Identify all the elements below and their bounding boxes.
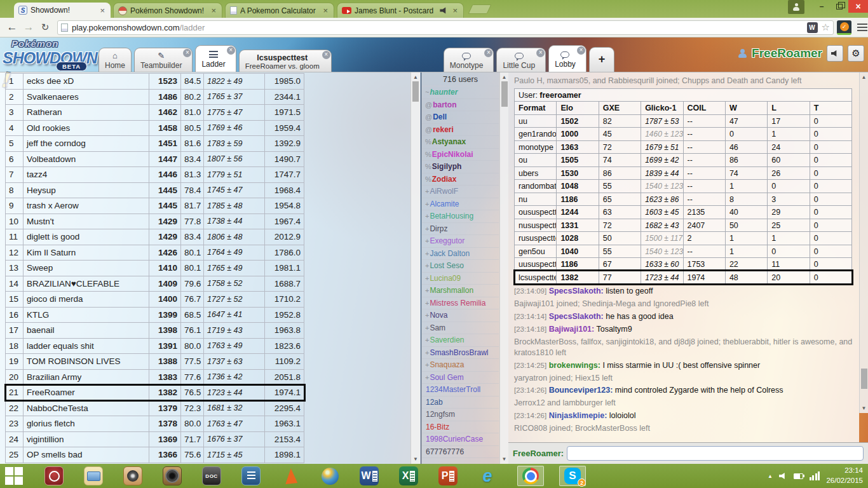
list-item[interactable]: +Exeggutor: [422, 235, 499, 248]
list-item[interactable]: ~haunter: [422, 86, 499, 99]
list-item[interactable]: +Lost Seso: [422, 260, 499, 273]
globe-browser-icon[interactable]: [320, 466, 339, 485]
close-tab-icon[interactable]: ×: [98, 6, 106, 15]
list-item[interactable]: 12ab: [422, 396, 499, 409]
chat-username[interactable]: Ninjasklimepie:: [549, 411, 607, 420]
list-item[interactable]: +BetaHousing: [422, 210, 499, 223]
list-item[interactable]: @Dell: [422, 111, 499, 124]
hidden-icons-button[interactable]: ▲: [768, 473, 773, 479]
close-window-button[interactable]: ×: [848, 0, 868, 13]
scroll-down-icon[interactable]: ▼: [860, 405, 868, 411]
username[interactable]: 1234MasterTroll: [426, 385, 480, 394]
scroll-up-icon[interactable]: ▲: [860, 74, 868, 80]
close-room-icon[interactable]: ×: [484, 49, 492, 57]
username[interactable]: Zodiax: [432, 175, 457, 184]
skype-taskbar-button[interactable]: S 2: [559, 466, 586, 486]
browser-tab-pokemon-showdown[interactable]: Pokémon Showdown! | Sn ×: [113, 3, 222, 18]
list-item[interactable]: @barton: [422, 99, 499, 112]
scroll-up-icon[interactable]: ▲: [411, 74, 420, 80]
matlab-icon[interactable]: [281, 466, 300, 485]
list-item[interactable]: +Lucina09: [422, 273, 499, 285]
username[interactable]: rekeri: [433, 125, 454, 134]
tab-teambuilder[interactable]: ✎ Teambuilder ×: [134, 48, 193, 72]
minimize-button[interactable]: –: [813, 0, 830, 13]
list-item[interactable]: +Soul Gem: [422, 372, 499, 384]
close-room-icon[interactable]: ×: [183, 49, 191, 57]
word-icon[interactable]: W: [360, 466, 379, 485]
browser-tab-calculator[interactable]: A Pokemon Calculator ×: [225, 3, 334, 18]
ladder-scrollbar[interactable]: ▲ ▼: [410, 72, 420, 464]
close-room-icon[interactable]: ×: [322, 51, 330, 59]
username[interactable]: Astyanax: [432, 137, 466, 146]
taskbar-clock[interactable]: 23:14 26/02/2015: [826, 466, 863, 485]
username[interactable]: Jack Dalton: [430, 249, 470, 258]
list-item[interactable]: 12ngfsm: [422, 409, 499, 421]
mute-button[interactable]: [827, 45, 843, 62]
close-room-icon[interactable]: ×: [227, 46, 235, 55]
username[interactable]: Exeggutor: [430, 236, 465, 245]
powerpoint-icon[interactable]: P: [438, 466, 458, 485]
forward-button[interactable]: →: [20, 21, 37, 34]
chrome-taskbar-button[interactable]: [517, 466, 544, 486]
list-item[interactable]: +Jack Dalton: [422, 248, 499, 261]
list-item[interactable]: 16-Bitz: [422, 421, 499, 434]
list-item[interactable]: %Astyanax: [422, 136, 499, 149]
list-item[interactable]: 1234MasterTroll: [422, 384, 499, 396]
settings-button[interactable]: ⚙: [848, 45, 864, 62]
username[interactable]: barton: [433, 100, 456, 109]
scrollbar-thumb[interactable]: [412, 81, 419, 102]
list-item[interactable]: 677767776: [422, 446, 499, 459]
username[interactable]: 12ngfsm: [426, 410, 455, 419]
username[interactable]: EpicNikolai: [432, 150, 473, 159]
list-item[interactable]: +AiRwolF: [422, 186, 499, 198]
username[interactable]: Sigilyph: [432, 162, 462, 171]
list-item[interactable]: +Snaquaza: [422, 359, 499, 372]
chat-username[interactable]: brokenwings:: [549, 361, 600, 370]
chat-username[interactable]: Bounceviper123:: [549, 386, 613, 395]
tab-monotype[interactable]: Monotype ×: [444, 48, 494, 72]
current-username[interactable]: FreeRoamer: [752, 46, 822, 60]
battery-icon[interactable]: [794, 473, 803, 479]
list-item[interactable]: %EpicNikolai: [422, 149, 499, 161]
chat-username[interactable]: SpecsSlakoth:: [549, 287, 604, 295]
new-tab-button[interactable]: [468, 4, 492, 14]
reload-button[interactable]: ↻: [37, 22, 53, 33]
list-item[interactable]: @rekeri: [422, 124, 499, 137]
username[interactable]: Lost Seso: [430, 261, 463, 270]
list-item[interactable]: +Dirpz: [422, 223, 499, 236]
username[interactable]: 1998CurienCase: [426, 435, 483, 444]
username[interactable]: Nova: [430, 311, 447, 320]
list-item[interactable]: %Zodiax: [422, 173, 499, 186]
username[interactable]: Lucina09: [430, 274, 461, 283]
chat-input[interactable]: [567, 446, 864, 461]
scrollbar-thumb[interactable]: [861, 369, 867, 389]
back-button[interactable]: ←: [4, 21, 20, 34]
chat-username[interactable]: Bajiwaji101:: [549, 325, 595, 334]
tab-home[interactable]: ⌂ Home: [98, 48, 132, 72]
document-settings-icon[interactable]: [241, 466, 261, 485]
username[interactable]: Snaquaza: [430, 360, 464, 369]
restore-button[interactable]: [831, 0, 848, 13]
username[interactable]: 12ab: [426, 398, 443, 407]
username[interactable]: Mistress Remilia: [430, 299, 485, 308]
chat-username[interactable]: SpecsSlakoth:: [549, 312, 604, 321]
close-room-icon[interactable]: ×: [577, 46, 585, 55]
username[interactable]: Soul Gem: [430, 373, 463, 382]
address-bar[interactable]: play.pokemonshowdown.com/ladder W ☆: [57, 20, 834, 35]
wikiwand-extension-icon[interactable]: W: [807, 22, 818, 33]
tab-little-cup[interactable]: Little Cup ×: [496, 48, 546, 72]
tab-battle[interactable]: lcsuspecttest FreeRoamer vs. gloom ×: [239, 50, 332, 72]
browser-tab-youtube[interactable]: James Blunt - Postcard ×: [337, 3, 464, 18]
close-room-icon[interactable]: ×: [536, 49, 545, 57]
list-item[interactable]: %Sigilyph: [422, 161, 499, 173]
username[interactable]: Dell: [433, 112, 447, 121]
list-item[interactable]: +Sam: [422, 322, 499, 335]
chat-scrollbar[interactable]: ▲ ▼: [859, 72, 868, 413]
username[interactable]: Marshmallon: [430, 286, 473, 295]
username[interactable]: Dirpz: [430, 224, 447, 233]
username[interactable]: Saverdien: [430, 336, 464, 344]
tab-ladder[interactable]: Ladder ×: [195, 45, 236, 72]
list-item[interactable]: +Mistress Remilia: [422, 297, 499, 310]
list-item[interactable]: +SmashBrosBrawl: [422, 347, 499, 360]
audio-app-icon[interactable]: [163, 466, 182, 485]
